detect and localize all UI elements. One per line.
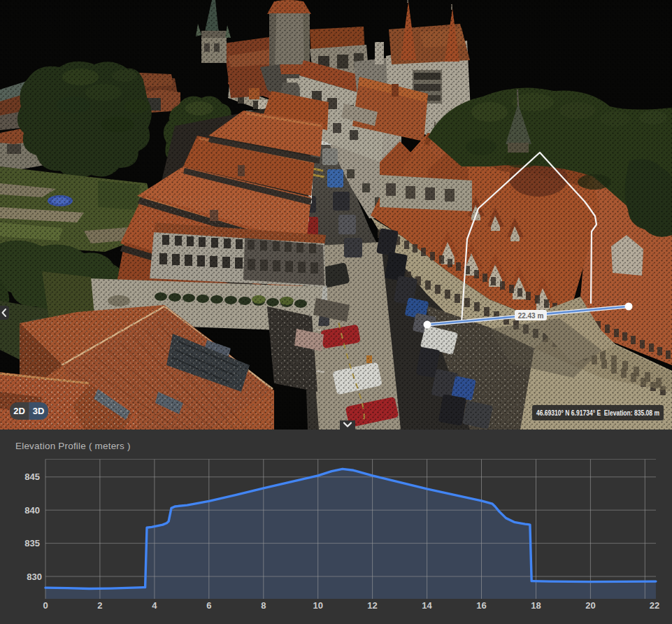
svg-text:22.43 m: 22.43 m — [518, 312, 544, 320]
svg-text:6: 6 — [206, 600, 211, 611]
svg-text:20: 20 — [585, 600, 595, 611]
svg-text:14: 14 — [422, 600, 432, 611]
svg-text:8: 8 — [261, 600, 266, 611]
svg-text:18: 18 — [531, 600, 541, 611]
svg-text:2: 2 — [97, 600, 102, 611]
svg-text:2D: 2D — [13, 406, 25, 416]
svg-text:830: 830 — [27, 572, 42, 582]
svg-text:16: 16 — [476, 600, 486, 611]
svg-text:4: 4 — [152, 600, 157, 611]
svg-text:0: 0 — [43, 600, 48, 611]
svg-text:3D: 3D — [33, 406, 45, 416]
svg-text:10: 10 — [313, 600, 322, 611]
svg-text:22: 22 — [650, 600, 659, 611]
svg-text:835: 835 — [24, 538, 40, 548]
svg-text:840: 840 — [24, 505, 40, 516]
svg-text:845: 845 — [24, 471, 40, 482]
svg-text:46.69310° N 6.91734° E Elevat: 46.69310° N 6.91734° E Elevation: 835.08… — [536, 409, 659, 417]
svg-text:12: 12 — [367, 600, 377, 611]
